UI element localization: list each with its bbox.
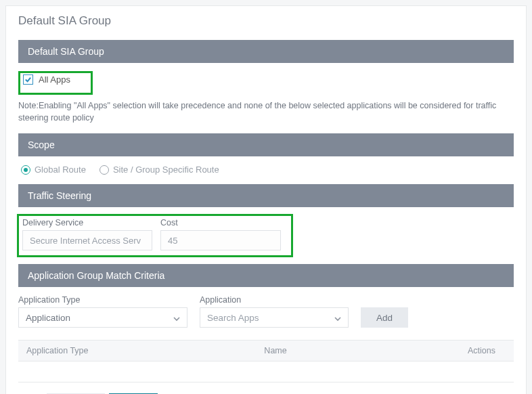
criteria-row: Application Type Application Application… [18, 295, 514, 328]
all-apps-note: Note:Enabling "All Apps" selection will … [18, 100, 514, 124]
cost-label: Cost [160, 218, 281, 227]
page-card: Default SIA Group Default SIA Group All … [5, 5, 527, 394]
radio-icon [99, 165, 109, 175]
scope-global-route[interactable]: Global Route [21, 165, 86, 175]
check-icon [24, 76, 32, 83]
section-header-group: Default SIA Group [18, 40, 514, 63]
application-select[interactable]: Search Apps [200, 307, 349, 328]
section-header-criteria: Application Group Match Criteria [18, 264, 514, 287]
chevron-down-icon [334, 314, 341, 321]
all-apps-checkbox[interactable] [23, 74, 33, 85]
criteria-col-name: Name [256, 341, 460, 361]
all-apps-label: All Apps [39, 74, 70, 85]
delivery-service-input[interactable] [22, 230, 152, 250]
criteria-table-head: Application Type Name Actions [18, 341, 514, 362]
delivery-service-field: Delivery Service [22, 218, 152, 250]
application-placeholder: Search Apps [207, 313, 259, 323]
all-apps-row: All Apps [23, 74, 70, 85]
add-button[interactable]: Add [361, 307, 408, 328]
scope-option-label: Site / Group Specific Route [113, 165, 219, 175]
criteria-col-actions: Actions [460, 341, 514, 361]
app-type-value: Application [26, 313, 70, 323]
app-type-select[interactable]: Application [18, 307, 187, 328]
criteria-table-body [18, 362, 514, 382]
application-field: Application Search Apps [200, 295, 349, 328]
criteria-table: Application Type Name Actions [18, 340, 514, 382]
app-type-label: Application Type [18, 295, 187, 305]
radio-icon [21, 165, 30, 175]
section-header-scope: Scope [18, 133, 514, 156]
app-type-field: Application Type Application [18, 295, 187, 328]
scope-option-label: Global Route [35, 165, 86, 175]
section-header-traffic: Traffic Steering [18, 184, 514, 207]
scope-site-group-route[interactable]: Site / Group Specific Route [99, 165, 219, 175]
application-label: Application [200, 295, 349, 305]
scope-radio-group: Global Route Site / Group Specific Route [21, 165, 514, 175]
cost-input[interactable] [160, 230, 281, 250]
highlight-all-apps: All Apps [18, 71, 93, 95]
cost-field: Cost [160, 218, 281, 250]
criteria-col-app-type: Application Type [18, 341, 256, 361]
delivery-service-label: Delivery Service [22, 218, 152, 227]
chevron-down-icon [173, 314, 180, 321]
highlight-traffic-inputs: Delivery Service Cost [18, 215, 292, 256]
page-title: Default SIA Group [18, 14, 514, 28]
